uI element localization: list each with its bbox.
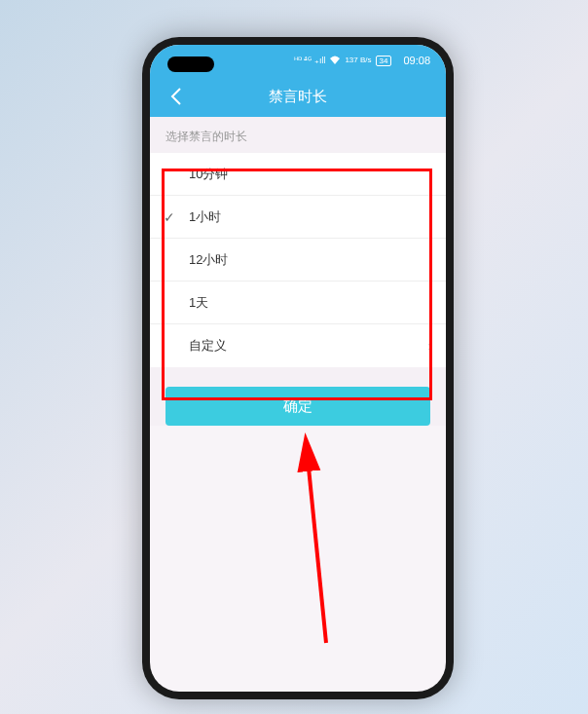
phone-frame: ᴴᴰ ⁴ᴳ ₊ıll 137 B/s 34 09:08 禁言时长 选择禁言的时长… — [142, 37, 454, 699]
content-area: 选择禁言的时长 10分钟 ✓ 1小时 12小时 1天 自定义 › — [150, 117, 446, 426]
option-label: 1小时 — [189, 208, 221, 226]
confirm-button-label: 确定 — [283, 397, 312, 416]
page-title: 禁言时长 — [150, 88, 446, 106]
option-1hour[interactable]: ✓ 1小时 — [150, 196, 446, 239]
checkmark-icon: ✓ — [164, 209, 175, 225]
chevron-right-icon: › — [427, 338, 432, 354]
option-1day[interactable]: 1天 — [150, 282, 446, 324]
wifi-icon — [329, 55, 341, 66]
battery-icon: 34 — [376, 56, 392, 66]
clock: 09:08 — [403, 55, 430, 66]
camera-cutout — [167, 56, 214, 72]
section-label: 选择禁言的时长 — [150, 117, 446, 153]
option-label: 自定义 — [189, 337, 227, 355]
option-12hour[interactable]: 12小时 — [150, 239, 446, 282]
confirm-button[interactable]: 确定 — [165, 387, 430, 426]
back-button[interactable] — [162, 82, 191, 111]
option-list: 10分钟 ✓ 1小时 12小时 1天 自定义 › — [150, 153, 446, 367]
option-label: 1天 — [189, 294, 208, 312]
header-bar: 禁言时长 — [150, 76, 446, 117]
phone-screen: ᴴᴰ ⁴ᴳ ₊ıll 137 B/s 34 09:08 禁言时长 选择禁言的时长… — [150, 45, 446, 692]
network-speed: 137 B/s — [345, 56, 371, 64]
option-label: 12小时 — [189, 251, 228, 269]
option-label: 10分钟 — [189, 166, 228, 183]
option-10min[interactable]: 10分钟 — [150, 153, 446, 196]
option-custom[interactable]: 自定义 › — [150, 324, 446, 367]
signal-icon: ᴴᴰ ⁴ᴳ ₊ıll — [294, 56, 326, 65]
